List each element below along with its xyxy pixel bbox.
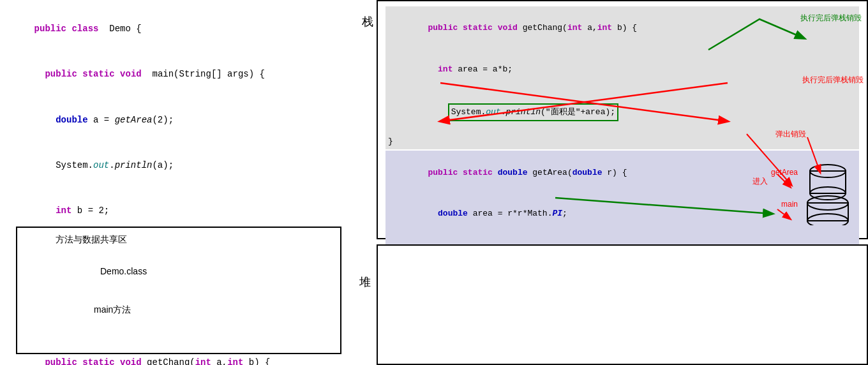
stack-cylinders: getArea main bbox=[801, 136, 855, 228]
annot-popup: 弹出销毁 bbox=[775, 129, 806, 140]
svg-rect-1 bbox=[810, 171, 846, 193]
shared-area-main: main方法 bbox=[94, 304, 131, 316]
shared-area-panel: 方法与数据共享区 Demo.class main方法 bbox=[16, 227, 341, 354]
code-line-1: public class Demo { bbox=[13, 6, 364, 52]
code-line-4: System.out.println(a); bbox=[13, 143, 364, 188]
right-line-2: int area = a*b; bbox=[388, 48, 857, 89]
annot-exec2: 执行完后弹栈销毁 bbox=[802, 75, 864, 86]
svg-line-7 bbox=[777, 209, 790, 219]
code-line-3: double a = getArea(2); bbox=[13, 98, 364, 143]
code-line-2: public static void main(String[] args) { bbox=[13, 52, 364, 97]
svg-line-6 bbox=[777, 174, 790, 187]
svg-point-5 bbox=[807, 214, 848, 225]
right-line-3: System.out.println("面积是"+area); bbox=[388, 90, 857, 135]
right-line-1: public static void getChang(int a,int b)… bbox=[388, 8, 857, 48]
annot-exec1: 执行完后弹栈销毁 bbox=[800, 13, 862, 24]
left-code-panel: public class Demo { public static void m… bbox=[0, 0, 370, 217]
dui-label: 堆 bbox=[359, 274, 371, 290]
right-getChang-block: public static void getChang(int a,int b)… bbox=[385, 6, 859, 149]
right-line-3-wrapper: System.out.println("面积是"+area); bbox=[388, 90, 857, 135]
shared-area-title: 方法与数据共享区 bbox=[56, 234, 127, 246]
shared-area-demo: Demo.class bbox=[100, 266, 147, 276]
annot-enter: 进入 bbox=[752, 176, 768, 187]
right-top-panel: public static void getChang(int a,int b)… bbox=[377, 0, 868, 239]
svg-rect-4 bbox=[807, 203, 848, 221]
right-bottom-panel bbox=[377, 244, 868, 365]
